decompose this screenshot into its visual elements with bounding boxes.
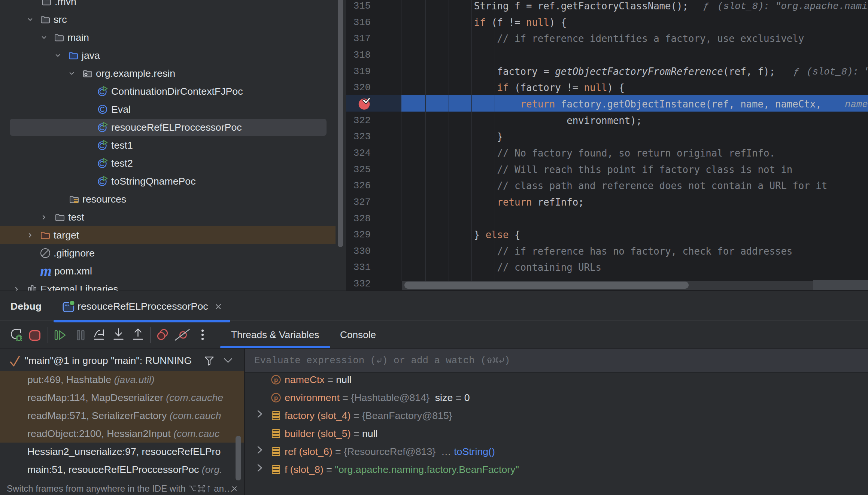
svg-text:p: p (274, 394, 278, 401)
svg-text:p: p (274, 376, 278, 383)
